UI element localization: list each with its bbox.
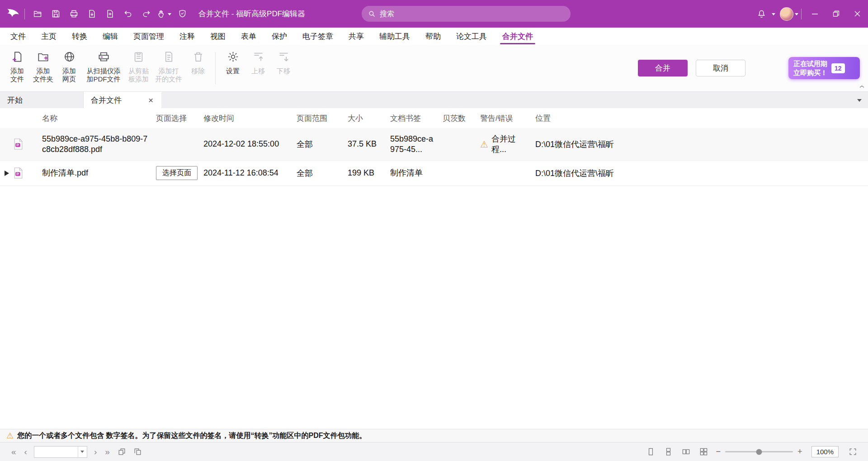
doc-bookmark: 55b989ce-a975-45... (390, 134, 443, 154)
menu-tab-paper-tools[interactable]: 论文工具 (448, 28, 495, 45)
restore-button[interactable] (826, 0, 847, 28)
menu-tab-comment[interactable]: 注释 (172, 28, 203, 45)
trash-icon (192, 51, 204, 63)
move-up-button: 上移 (245, 45, 271, 91)
buy-now-text: 立即购买！ (793, 68, 827, 77)
settings-button[interactable]: 设置 (220, 45, 245, 91)
first-page-button[interactable]: « (7, 447, 20, 457)
print-icon[interactable] (65, 5, 83, 23)
notifications-bell-icon[interactable] (752, 5, 770, 23)
tab-list-dropdown-icon[interactable] (857, 99, 862, 104)
add-from-scanner-button[interactable]: 从扫描仪添 加PDF文件 (82, 45, 125, 91)
continuous-view-button[interactable] (660, 447, 676, 456)
gear-icon (227, 51, 239, 63)
add-webpage-button[interactable]: 添加 网页 (57, 45, 82, 91)
cancel-button[interactable]: 取消 (696, 60, 745, 76)
page-range: 全部 (297, 168, 348, 179)
page-dropdown[interactable] (78, 447, 87, 457)
menu-tab-protect[interactable]: 保护 (264, 28, 295, 45)
account-dropdown-icon[interactable] (795, 13, 798, 17)
menu-tab-accessibility[interactable]: 辅助工具 (372, 28, 418, 45)
merge-button[interactable]: 合并 (638, 60, 688, 76)
column-page-range: 页面范围 (297, 113, 348, 124)
previous-view-button[interactable] (114, 447, 130, 456)
menu-tab-merge-files[interactable]: 合并文件 (495, 28, 541, 45)
file-location: D:\01微信代运营\福昕 (535, 139, 868, 150)
menu-tab-esign[interactable]: 电子签章 (295, 28, 341, 45)
minimize-button[interactable] (804, 0, 826, 28)
export-pdf-icon[interactable] (83, 5, 101, 23)
move-up-label: 上移 (251, 67, 265, 75)
trial-days-badge: 12 (831, 63, 845, 73)
table-row[interactable]: 55b989ce-a975-45b8-b809-7c8cb28df888.pdf… (0, 128, 868, 161)
select-pages-button[interactable]: 选择页面 (156, 166, 198, 180)
menu-tab-view[interactable]: 视图 (203, 28, 233, 45)
buy-now-button[interactable]: 正在试用期 立即购买！ 12 (788, 57, 860, 79)
window-controls-separator (801, 9, 802, 19)
user-avatar[interactable] (780, 7, 793, 21)
menu-tab-edit[interactable]: 编辑 (95, 28, 126, 45)
menu-tab-home[interactable]: 主页 (33, 28, 64, 45)
last-page-button[interactable]: » (101, 447, 114, 457)
pdf-file-icon (14, 138, 23, 150)
add-files-button[interactable]: 添加 文件 (5, 45, 30, 91)
menu-tab-convert[interactable]: 转换 (64, 28, 95, 45)
tab-merge-files[interactable]: 合并文件 × (84, 92, 161, 108)
column-name: 名称 (42, 113, 156, 124)
foxit-logo-icon[interactable] (5, 6, 21, 22)
add-from-clipboard-label: 从剪贴 板添加 (128, 67, 149, 83)
create-pdf-icon[interactable] (101, 5, 119, 23)
zoom-out-button[interactable]: − (713, 447, 724, 456)
open-document-icon (163, 51, 175, 63)
page-number-input[interactable] (34, 447, 78, 457)
save-icon[interactable] (47, 5, 65, 23)
tab-start[interactable]: 开始 (0, 92, 84, 108)
table-row[interactable]: 制作清单.pdf 选择页面 2024-11-12 16:08:54 全部 199… (0, 161, 868, 186)
page-number-box[interactable] (34, 446, 87, 458)
undo-icon[interactable] (119, 5, 137, 23)
tab-close-icon[interactable]: × (147, 96, 154, 105)
menu-tab-organize[interactable]: 页面管理 (126, 28, 172, 45)
menu-tab-share[interactable]: 共享 (341, 28, 372, 45)
ribbon-collapse-icon[interactable] (859, 82, 864, 90)
clipboard-icon (132, 51, 145, 63)
remove-button: 移除 (185, 45, 211, 91)
document-tab-bar: 开始 合并文件 × (0, 92, 868, 108)
search-box[interactable] (362, 6, 571, 22)
add-webpage-label: 添加 网页 (62, 67, 76, 83)
next-view-button[interactable] (130, 447, 146, 456)
notifications-dropdown-icon[interactable] (772, 13, 775, 17)
zoom-in-button[interactable]: + (795, 447, 805, 456)
fullscreen-icon[interactable] (845, 447, 861, 456)
hand-tool-dropdown-icon[interactable] (168, 13, 171, 17)
expand-row-icon[interactable] (5, 171, 9, 176)
ribbon: 添加 文件 添加 文件夹 添加 网页 从扫描仪添 加PDF文件 从剪贴 板添加 … (0, 45, 868, 92)
menu-tab-file[interactable]: 文件 (3, 28, 33, 45)
titlebar-right-group (752, 0, 868, 28)
settings-label: 设置 (226, 67, 240, 75)
next-page-button[interactable]: › (90, 447, 101, 457)
file-size: 37.5 KB (348, 139, 390, 149)
zoom-level[interactable]: 100% (811, 446, 839, 457)
menu-tab-form[interactable]: 表单 (233, 28, 264, 45)
signature-warning-bar: ⚠ 您的一个或者多个文件包含 数字签名。为了保留这些文件的签名，请使用“转换”功… (0, 429, 868, 442)
titlebar-separator (24, 9, 25, 19)
open-file-icon[interactable] (28, 5, 47, 23)
redo-icon[interactable] (137, 5, 155, 23)
close-button[interactable] (847, 0, 868, 28)
menu-tab-help[interactable]: 帮助 (418, 28, 448, 45)
zoom-slider-thumb[interactable] (756, 449, 762, 455)
search-input[interactable] (380, 10, 564, 18)
single-page-view-button[interactable] (643, 447, 659, 456)
warning-icon: ⚠ (480, 139, 488, 150)
continuous-facing-view-button[interactable] (696, 447, 712, 456)
move-down-label: 下移 (277, 67, 290, 75)
hand-tool-icon[interactable] (155, 5, 173, 23)
doc-bookmark: 制作清单 (390, 168, 443, 178)
prev-page-button[interactable]: ‹ (20, 447, 31, 457)
add-from-scanner-label: 从扫描仪添 加PDF文件 (87, 67, 121, 83)
zoom-slider[interactable] (725, 451, 793, 452)
facing-view-button[interactable] (678, 447, 694, 456)
add-folder-button[interactable]: 添加 文件夹 (30, 45, 57, 91)
protect-mode-shield-icon[interactable] (173, 5, 191, 23)
